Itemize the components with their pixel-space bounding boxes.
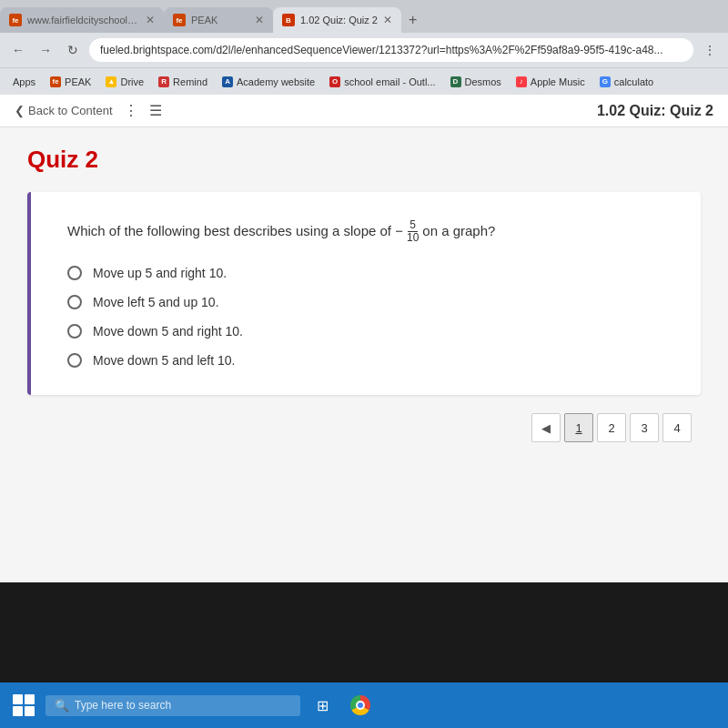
tab-1-close[interactable]: ✕ [146,14,155,26]
quiz-title: Quiz 2 [27,146,701,174]
bookmark-apps-label: Apps [13,76,35,87]
task-view-icon: ⊞ [317,697,329,714]
page-area: ❮ Back to Content ⋮ ☰ 1.02 Quiz: Quiz 2 … [0,95,728,582]
taskbar-search-placeholder: Type here to search [75,699,171,712]
bookmark-remind-label: Remind [173,76,207,87]
tab-2-close[interactable]: ✕ [255,14,264,26]
option-1-text: Move up 5 and right 10. [93,266,227,280]
bookmark-apple-music-favicon: ♪ [516,76,527,87]
option-4[interactable]: Move down 5 and left 10. [67,353,673,368]
pagination: ◀ 1 2 3 4 [27,395,701,460]
page-4-button[interactable]: 4 [662,413,692,442]
bookmark-desmos-favicon: D [450,76,461,87]
bookmark-school-email-label: school email - Outl... [344,76,435,87]
tab-bar: fe www.fairfieldcityschools.net/links ✕ … [0,0,728,33]
bookmark-school-email[interactable]: O school email - Outl... [324,75,440,89]
bookmark-drive[interactable]: ▲ Drive [100,75,149,89]
tab-3-label: 1.02 Quiz: Quiz 2 [300,15,378,25]
tab-3-close[interactable]: ✕ [383,14,392,26]
windows-start-button[interactable] [7,689,40,722]
bookmark-school-email-favicon: O [329,76,340,87]
bookmark-peak-label: PEAK [65,76,91,87]
bookmark-apple-music-label: Apple Music [531,76,585,87]
tab-1[interactable]: fe www.fairfieldcityschools.net/links ✕ [0,7,164,33]
chrome-taskbar-icon[interactable] [344,689,377,722]
new-tab-button[interactable]: + [401,7,424,33]
page-title: 1.02 Quiz: Quiz 2 [597,103,713,119]
chrome-icon [350,695,370,715]
forward-button[interactable]: → [35,39,56,61]
question-text: Which of the following best describes us… [67,219,673,244]
address-bar: ← → ↻ ⋮ [0,33,728,67]
question-card: Which of the following best describes us… [27,192,701,395]
bookmark-academy-favicon: A [222,76,233,87]
bookmarks-bar: Apps fe PEAK ▲ Drive R Remind A Academy … [0,67,728,95]
tab-3-favicon: B [282,14,295,26]
option-2[interactable]: Move left 5 and up 10. [67,295,673,309]
bookmark-desmos-label: Desmos [465,76,501,87]
content-header-left: ❮ Back to Content ⋮ ☰ [15,102,162,119]
option-2-text: Move left 5 and up 10. [93,295,219,309]
radio-2[interactable] [67,295,82,309]
option-3-text: Move down 5 and right 10. [93,324,243,339]
search-icon: 🔍 [55,699,69,713]
radio-4[interactable] [67,353,82,368]
tab-1-favicon: fe [9,14,22,26]
taskbar-search[interactable]: 🔍 Type here to search [46,695,300,716]
fraction: 510 [405,219,420,244]
option-4-text: Move down 5 and left 10. [93,353,235,368]
bookmark-drive-label: Drive [120,76,144,87]
question-text-before: Which of the following best describes us… [67,223,403,238]
bookmark-desmos[interactable]: D Desmos [445,75,507,89]
tab-3[interactable]: B 1.02 Quiz: Quiz 2 ✕ [273,7,401,33]
back-button[interactable]: ← [7,39,29,61]
taskbar: 🔍 Type here to search ⊞ [0,682,728,728]
back-to-content-label: Back to Content [28,104,113,117]
bookmark-peak-favicon: fe [50,76,61,87]
browser-chrome: fe www.fairfieldcityschools.net/links ✕ … [0,0,728,95]
bookmark-remind[interactable]: R Remind [153,75,213,89]
option-3[interactable]: Move down 5 and right 10. [67,324,673,339]
bookmark-apps[interactable]: Apps [7,75,41,89]
menu-icon[interactable]: ⋮ [124,102,138,119]
tab-2-favicon: fe [173,14,186,26]
tab-2[interactable]: fe PEAK ✕ [164,7,273,33]
bookmark-drive-favicon: ▲ [106,76,116,87]
options-list: Move up 5 and right 10. Move left 5 and … [67,266,673,368]
bookmark-calculator-favicon: G [600,76,611,87]
extensions-button[interactable]: ⋮ [699,39,721,61]
windows-logo-icon [13,694,35,716]
back-to-content-button[interactable]: ❮ Back to Content [15,104,113,117]
back-arrow-icon: ❮ [15,104,25,117]
bookmark-calculator[interactable]: G calculato [594,75,659,89]
page-3-button[interactable]: 3 [630,413,659,442]
tab-2-label: PEAK [191,15,249,25]
radio-3[interactable] [67,324,82,339]
question-text-after: on a graph? [422,223,495,238]
page-2-button[interactable]: 2 [597,413,626,442]
bookmark-academy-label: Academy website [237,76,315,87]
task-view-button[interactable]: ⊞ [306,689,339,722]
content-header: ❮ Back to Content ⋮ ☰ 1.02 Quiz: Quiz 2 [0,95,728,127]
page-1-button[interactable]: 1 [564,413,593,442]
refresh-button[interactable]: ↻ [62,39,84,61]
option-1[interactable]: Move up 5 and right 10. [67,266,673,280]
bookmark-academy[interactable]: A Academy website [217,75,320,89]
bookmark-remind-favicon: R [158,76,169,87]
address-input[interactable] [89,38,693,62]
tab-1-label: www.fairfieldcityschools.net/links [27,15,140,25]
radio-1[interactable] [67,266,82,280]
bookmark-calculator-label: calculato [614,76,653,87]
quiz-container: Quiz 2 Which of the following best descr… [0,127,728,582]
prev-page-button[interactable]: ◀ [531,413,561,442]
fraction-numerator: 5 [408,219,418,232]
hamburger-icon[interactable]: ☰ [149,102,162,119]
fraction-denominator: 10 [405,232,420,244]
bookmark-peak[interactable]: fe PEAK [45,75,96,89]
bookmark-apple-music[interactable]: ♪ Apple Music [511,75,591,89]
